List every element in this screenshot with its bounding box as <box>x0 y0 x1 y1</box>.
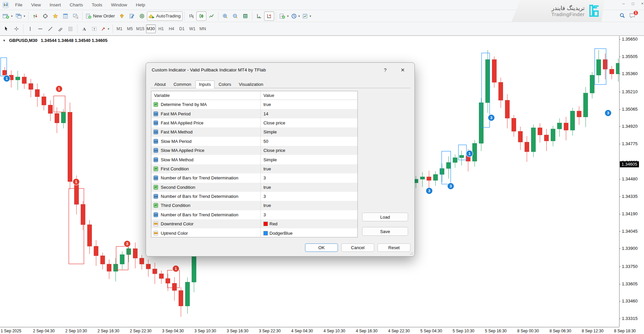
timeframe-m5[interactable]: M5 <box>125 24 135 33</box>
table-row[interactable]: 123Fast MA MethodSimple <box>151 127 357 136</box>
auto-scroll-button[interactable] <box>254 11 264 21</box>
menu-window[interactable]: Window <box>107 2 132 7</box>
table-row[interactable]: Second Conditiontrue <box>151 183 357 192</box>
market-watch-button[interactable] <box>30 11 40 21</box>
dialog-close-button[interactable]: ✕ <box>398 66 407 74</box>
price-axis[interactable]: 1.356501.355051.353601.352101.350651.349… <box>619 36 644 327</box>
tab-colors[interactable]: Colors <box>215 80 235 88</box>
tab-common[interactable]: Common <box>170 80 195 88</box>
value-cell[interactable]: 3 <box>260 192 357 201</box>
table-row[interactable]: 123Number of Bars for Trend Determinatio… <box>151 192 357 201</box>
timeframe-h4[interactable]: H4 <box>167 24 177 33</box>
table-row[interactable]: Downtrend ColorRed <box>151 219 357 228</box>
restore-button[interactable]: □ <box>630 1 636 7</box>
value-cell[interactable]: Red <box>260 219 357 228</box>
value-cell[interactable]: Close price <box>260 146 357 155</box>
strategy-tester-button[interactable] <box>70 11 81 21</box>
value-cell[interactable]: true <box>260 201 357 210</box>
dialog-help-button[interactable]: ? <box>381 66 390 74</box>
crosshair-button[interactable] <box>11 24 21 34</box>
dropdown-caret-icon[interactable]: ▾ <box>11 14 13 18</box>
timeframe-d1[interactable]: D1 <box>177 24 187 33</box>
table-row[interactable]: Determine Trend by MAtrue <box>151 100 357 109</box>
timeframe-h1[interactable]: H1 <box>156 24 166 33</box>
menu-tools[interactable]: Tools <box>87 2 107 7</box>
timeframe-w1[interactable]: W1 <box>188 24 197 33</box>
table-row[interactable]: 123Fast MA Applied PriceClose price <box>151 118 357 127</box>
menu-charts[interactable]: Charts <box>65 2 88 7</box>
expert-advisors-button[interactable] <box>117 11 127 21</box>
value-cell[interactable]: Simple <box>260 155 357 164</box>
zoom-in-button[interactable] <box>220 11 230 21</box>
date-axis[interactable]: 1 Sep 20252 Sep 04:302 Sep 10:302 Sep 16… <box>0 327 619 334</box>
table-row[interactable]: 123Slow MA MethodSimple <box>151 155 357 164</box>
value-cell[interactable]: DodgerBlue <box>260 228 357 237</box>
table-row[interactable]: 123Slow MA Applied PriceClose price <box>151 146 357 155</box>
table-row[interactable]: First Conditiontrue <box>151 164 357 173</box>
table-row[interactable]: Third Conditiontrue <box>151 201 357 210</box>
tab-visualization[interactable]: Visualization <box>235 80 267 88</box>
autotrading-button[interactable]: AutoTrading <box>147 11 183 21</box>
dropdown-caret-icon[interactable]: ▾ <box>108 27 109 31</box>
dropdown-caret-icon[interactable]: ▾ <box>298 14 300 18</box>
favorites-button[interactable] <box>50 11 60 21</box>
line-chart-button[interactable] <box>206 11 216 21</box>
dropdown-caret-icon[interactable]: ▾ <box>24 14 26 18</box>
value-cell[interactable]: Simple <box>260 127 357 136</box>
arrows-button[interactable]: ▾ <box>99 24 111 34</box>
chart-symbol-line[interactable]: ▼ GBPUSD,M30 1.34544 1.34648 1.34540 1.3… <box>3 38 107 43</box>
resize-grip[interactable] <box>410 252 413 255</box>
signals-button[interactable] <box>137 11 147 21</box>
value-cell[interactable]: 50 <box>260 137 357 146</box>
value-cell[interactable]: true <box>260 164 357 173</box>
menu-view[interactable]: View <box>27 2 45 7</box>
reset-button[interactable]: Reset <box>378 243 410 252</box>
table-row[interactable]: 123Fast MA Period14 <box>151 109 357 118</box>
menu-help[interactable]: Help <box>132 2 150 7</box>
value-cell[interactable]: true <box>260 183 357 192</box>
zoom-out-button[interactable] <box>230 11 240 21</box>
tab-inputs[interactable]: Inputs <box>195 80 214 89</box>
table-row[interactable]: Uptrend ColorDodgerBlue <box>151 228 357 237</box>
search-icon[interactable] <box>620 13 625 19</box>
trendline-button[interactable] <box>45 24 55 34</box>
new-order-button[interactable]: New Order <box>84 11 117 21</box>
metaeditor-button[interactable] <box>127 11 137 21</box>
fibonacci-button[interactable] <box>65 24 76 34</box>
data-window-button[interactable] <box>60 11 70 21</box>
value-cell[interactable]: Close price <box>260 118 357 127</box>
table-row[interactable]: 123Number of Bars for Trend Determinatio… <box>151 210 357 219</box>
tab-about[interactable]: About <box>151 80 169 88</box>
indicators-button[interactable]: ▾ <box>278 11 290 21</box>
chevron-down-icon[interactable]: ▼ <box>3 39 6 42</box>
new-chart-button[interactable]: ▾ <box>1 11 14 21</box>
timeframe-m15[interactable]: M15 <box>136 24 145 33</box>
value-cell[interactable]: 3 <box>260 173 357 182</box>
menu-insert[interactable]: Insert <box>45 2 65 7</box>
table-row[interactable]: 123Slow MA Period50 <box>151 137 357 146</box>
timeframe-m30[interactable]: M30 <box>146 24 156 33</box>
profiles-button[interactable]: ▾ <box>14 11 27 21</box>
vertical-line-button[interactable] <box>25 24 35 34</box>
timeframe-mn[interactable]: MN <box>198 24 208 33</box>
minimize-button[interactable]: – <box>620 1 627 7</box>
value-cell[interactable]: 14 <box>260 109 357 118</box>
ok-button[interactable]: OK <box>305 243 338 252</box>
load-button[interactable]: Load <box>362 213 408 221</box>
chart-shift-button[interactable] <box>264 11 274 21</box>
dropdown-caret-icon[interactable]: ▾ <box>287 14 289 18</box>
value-cell[interactable]: true <box>260 100 357 109</box>
text-button[interactable]: A <box>79 24 89 34</box>
tile-windows-button[interactable] <box>240 11 250 21</box>
periods-button[interactable]: ▾ <box>290 11 301 21</box>
dropdown-caret-icon[interactable]: ▾ <box>309 14 311 18</box>
save-button[interactable]: Save <box>362 227 408 236</box>
cancel-button[interactable]: Cancel <box>341 243 374 252</box>
text-label-button[interactable]: T <box>89 24 99 34</box>
value-cell[interactable]: 3 <box>260 210 357 219</box>
cursor-button[interactable] <box>1 24 11 34</box>
horizontal-line-button[interactable] <box>35 24 45 34</box>
close-button[interactable]: × <box>639 1 644 7</box>
candlestick-chart-button[interactable] <box>196 11 206 21</box>
navigator-button[interactable] <box>40 11 50 21</box>
